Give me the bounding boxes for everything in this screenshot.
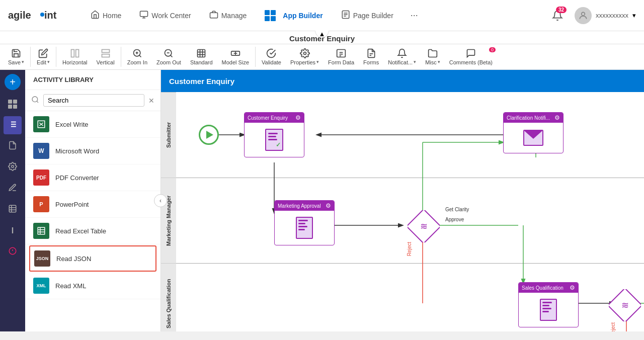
activity-item-read-json[interactable]: JSON Read JSON [29, 245, 156, 272]
logo[interactable]: agile int [8, 6, 68, 25]
nav-appbuilder[interactable]: App Builder [258, 6, 330, 25]
node-sales-title: Sales Qualification [522, 285, 564, 291]
start-node[interactable] [199, 125, 219, 145]
node-get-clarity[interactable]: ≋ [408, 210, 440, 242]
activity-library-title: ACTIVITY LIBRARY [25, 70, 160, 90]
misc-label-wrap: Misc ▾ [425, 59, 440, 65]
sales-decision-diamond-svg: ≋ [609, 289, 641, 321]
svg-point-12 [582, 12, 585, 16]
horizontal-icon [70, 48, 80, 59]
user-chevron-icon: ▾ [632, 12, 636, 19]
properties-button[interactable]: Properties ▾ [286, 46, 323, 67]
chevron-left-icon: ‹ [159, 197, 162, 204]
node-sales-qualification[interactable]: Sales Qualification ⚙ [518, 282, 579, 327]
add-button[interactable]: + [5, 74, 21, 90]
clip-line-3 [298, 226, 307, 227]
sidebar-list[interactable] [4, 116, 22, 134]
clip-line-4 [298, 229, 305, 230]
search-input[interactable] [43, 94, 144, 107]
node-marketing-approval[interactable]: Marketing Approval ⚙ [274, 200, 335, 245]
validate-button[interactable]: Validate [258, 46, 285, 67]
node-customer-enquiry[interactable]: Customer Enquiry ⚙ [244, 112, 304, 157]
start-play-icon [206, 131, 213, 139]
svg-rect-15 [102, 50, 109, 53]
appbuilder-icon [265, 10, 280, 21]
formdata-button[interactable]: Form Data [324, 46, 358, 67]
sidebar-edit[interactable] [4, 180, 22, 198]
sales-label-text: Sales Qualification [166, 279, 172, 328]
notifications-toolbar-button[interactable]: Notificat... ▾ [384, 46, 420, 67]
nav-home-label: Home [103, 12, 121, 20]
properties-icon [300, 48, 310, 59]
activity-item-ppt[interactable]: P PowerPoint [25, 191, 160, 218]
standard-button[interactable]: Standard [186, 46, 217, 67]
sidebar-doc[interactable] [4, 137, 22, 155]
zoomout-button[interactable]: Zoom Out [152, 46, 185, 67]
node-sales-decision[interactable]: ≋ [609, 289, 641, 321]
node-sales-body [519, 293, 578, 327]
canvas-area[interactable]: Customer Enquiry ⤢ Submitter Marketing M… [161, 70, 644, 331]
panel-collapse-button[interactable]: ‹ [154, 194, 167, 207]
form-line-3 [268, 139, 277, 140]
edit2-icon [8, 183, 17, 194]
properties-arrow: ▾ [316, 59, 319, 64]
read-xml-label: Read XML [55, 282, 86, 290]
properties-label: Properties [290, 59, 315, 65]
node-marketing-gear[interactable]: ⚙ [326, 202, 331, 209]
user-menu[interactable]: xxxxxxxxxx ▾ [575, 7, 636, 24]
ppt-icon: P [33, 196, 49, 212]
edit-label-wrap: Edit ▾ [37, 59, 50, 65]
clip-line-1 [298, 220, 308, 221]
activity-item-excel-write[interactable]: Excel Write [25, 111, 160, 138]
lane-labels: Submitter Marketing Manager Sales Qualif… [161, 92, 176, 331]
sidebar-apps[interactable] [4, 95, 22, 113]
sidebar-circle[interactable] [4, 243, 22, 261]
node-sales-header: Sales Qualification ⚙ [519, 283, 578, 293]
notifications-button[interactable]: 32 [548, 7, 567, 25]
vertical-button[interactable]: Vertical [93, 46, 119, 67]
search-clear-button[interactable]: ✕ [148, 97, 154, 105]
sep1 [30, 47, 31, 67]
nav-pagebuilder[interactable]: Page Builder [334, 6, 400, 25]
node-customer-enquiry-header: Customer Enquiry ⚙ [245, 113, 304, 123]
notif-label-wrap: Notificat... ▾ [388, 59, 416, 65]
activity-item-pdf[interactable]: PDF PDF Converter [25, 164, 160, 191]
sidebar-table[interactable] [4, 201, 22, 219]
form-doc-lines [266, 130, 282, 142]
more-icon: ··· [411, 10, 418, 21]
activity-item-read-excel[interactable]: Read Excel Table [25, 218, 160, 244]
zoomout-icon [164, 48, 174, 59]
activity-item-word[interactable]: W Microsoft Word [25, 138, 160, 164]
node-clarification-gear[interactable]: ⚙ [554, 114, 560, 121]
doc-icon [8, 141, 17, 152]
modelsize-button[interactable]: Model Size [218, 46, 253, 67]
node-customer-enquiry-gear[interactable]: ⚙ [295, 114, 301, 121]
forms-button[interactable]: Forms [359, 46, 383, 67]
misc-button[interactable]: Misc ▾ [421, 46, 444, 67]
sidebar-text[interactable]: I [4, 222, 22, 240]
comments-icon [466, 48, 476, 59]
lane-divider-1 [176, 178, 644, 178]
formdata-label: Form Data [328, 59, 354, 65]
top-navigation: agile int Home Work Center Manage [0, 0, 644, 31]
forms-icon [366, 48, 376, 59]
zoomin-button[interactable]: Zoom In [123, 46, 151, 67]
s-clip-line-3 [542, 308, 551, 309]
save-arrow: ▾ [22, 59, 24, 64]
svg-rect-6 [210, 13, 217, 18]
sidebar-gear[interactable] [4, 158, 22, 177]
nav-home[interactable]: Home [84, 6, 128, 25]
node-sales-gear[interactable]: ⚙ [570, 284, 575, 291]
node-clarification[interactable]: Clarification Notifi... ⚙ [503, 112, 564, 153]
nav-manage[interactable]: Manage [202, 6, 254, 25]
horizontal-button[interactable]: Horizontal [58, 46, 92, 67]
excel-write-label: Excel Write [55, 121, 89, 128]
nav-workcenter[interactable]: Work Center [132, 6, 198, 25]
svg-rect-16 [102, 54, 109, 57]
edit-button[interactable]: Edit ▾ [33, 46, 54, 67]
notif-toolbar-icon [397, 48, 407, 59]
save-button[interactable]: Save ▾ [4, 46, 28, 67]
approve-label: Approve [445, 215, 464, 223]
activity-item-read-xml[interactable]: XML Read XML [25, 273, 160, 299]
nav-more[interactable]: ··· [405, 6, 424, 25]
